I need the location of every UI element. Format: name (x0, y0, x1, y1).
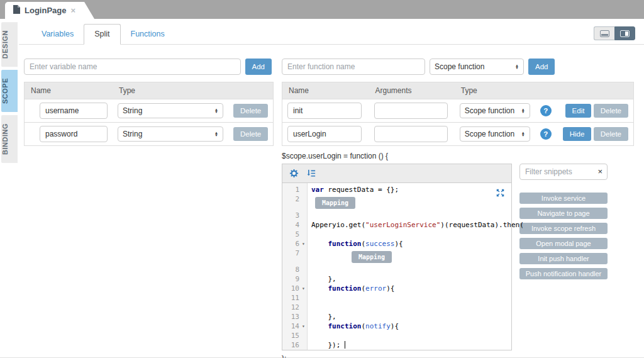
line-number: 5 (282, 230, 299, 239)
fold-icon[interactable]: ▾ (299, 284, 308, 293)
variable-row: String ▲▼ Delete (25, 99, 274, 123)
tab-split[interactable]: Split (84, 24, 120, 45)
code-line: 7Mapping (282, 249, 511, 265)
filter-snippets-input[interactable] (519, 164, 608, 180)
settings-gear-icon[interactable] (289, 169, 299, 178)
code-text: Apperyio.get("userLoginService")(request… (308, 221, 524, 229)
add-function-button[interactable]: Add (528, 59, 555, 75)
code-line: 5 (282, 230, 511, 239)
mapping-button[interactable]: Mapping (352, 251, 392, 263)
code-lines: 1var requestData = {};2Mapping34Apperyio… (282, 185, 511, 350)
code-text: function(notify){ (308, 322, 399, 330)
snippet-buttons: Invoke serviceNavigate to pageInvoke sco… (519, 193, 608, 279)
function-name-input[interactable] (282, 59, 425, 75)
snippets-panel: × Invoke serviceNavigate to pageInvoke s… (519, 164, 608, 350)
delete-function-button[interactable]: Delete (594, 127, 628, 141)
snippet-button-open-modal-page[interactable]: Open modal page (519, 238, 608, 249)
code-line: 16 }); (282, 340, 511, 350)
code-line: 6▾ function(success){ (282, 239, 511, 249)
snippet-button-invoke-scope-refresh[interactable]: Invoke scope refresh (519, 223, 608, 234)
hide-function-button[interactable]: Hide (563, 127, 592, 141)
functions-col-name: Name (282, 82, 369, 99)
auto-format-icon[interactable] (307, 169, 316, 178)
snippet-button-push-notification-handler[interactable]: Push notification handler (519, 268, 608, 279)
snippet-button-invoke-service[interactable]: Invoke service (519, 193, 608, 204)
select-arrows-icon: ▲▼ (515, 64, 519, 70)
code-text: Mapping (308, 251, 392, 263)
sidebar-item-design[interactable]: DESIGN (1, 22, 18, 67)
variable-type-select[interactable]: String ▲▼ (118, 103, 223, 118)
fullscreen-icon[interactable] (496, 188, 505, 198)
functions-col-type: Type (455, 82, 634, 99)
sidebar-item-binding[interactable]: BINDING (1, 115, 18, 163)
variable-name-field[interactable] (40, 103, 108, 119)
variable-type-select[interactable]: String ▲▼ (118, 126, 223, 142)
code-text: var requestData = {}; (308, 186, 399, 194)
line-number: 2 (282, 194, 299, 204)
fold-icon[interactable]: ▾ (299, 322, 308, 331)
line-number: 7 (282, 249, 299, 258)
code-editor[interactable]: 1var requestData = {};2Mapping34Apperyio… (282, 182, 511, 350)
delete-variable-button[interactable]: Delete (233, 127, 268, 141)
side-nav: DESIGN SCOPE BINDING (0, 19, 19, 357)
vertical-split-button[interactable] (614, 26, 635, 40)
functions-table: Name Arguments Type Scope function ▲▼ ? … (282, 82, 634, 146)
function-type-select[interactable]: Scope function ▲▼ (460, 126, 530, 142)
mapping-button[interactable]: Mapping (315, 197, 355, 209)
function-type-select[interactable]: Scope function ▲▼ (460, 103, 530, 118)
add-variable-button[interactable]: Add (245, 59, 272, 75)
function-row: Scope function ▲▼ ? Edit Delete (282, 99, 634, 123)
tab-variables[interactable]: Variables (31, 25, 84, 44)
variables-table: Name Type String ▲▼ Delete Strin (24, 82, 274, 146)
functions-panel: Scope function ▲▼ Add Name Arguments Typ… (282, 59, 634, 358)
sidebar-item-scope[interactable]: SCOPE (1, 70, 18, 112)
select-arrows-icon: ▲▼ (214, 108, 218, 114)
code-line: 8 (282, 265, 511, 274)
snippet-button-navigate-to-page[interactable]: Navigate to page (519, 208, 608, 219)
clear-filter-icon[interactable]: × (597, 167, 602, 176)
help-icon[interactable]: ? (540, 105, 552, 116)
function-arguments-field[interactable] (374, 103, 448, 119)
code-text: }, (308, 313, 336, 321)
delete-function-button[interactable]: Delete (594, 104, 628, 118)
variable-name-field[interactable] (40, 126, 108, 142)
line-number: 4 (282, 220, 299, 230)
code-text: Mapping (308, 197, 355, 209)
close-tab-icon[interactable]: × (70, 6, 75, 15)
help-icon[interactable]: ? (540, 128, 552, 140)
page-tab-loginpage[interactable]: LoginPage × (5, 2, 94, 19)
variables-col-name: Name (25, 82, 113, 99)
code-line: 13 }, (282, 312, 511, 322)
horizontal-split-button[interactable] (594, 26, 614, 40)
line-number: 13 (282, 312, 299, 322)
scope-tab-row: Variables Split Functions (19, 19, 644, 45)
vertical-split-icon (620, 30, 630, 37)
fold-icon[interactable]: ▾ (299, 239, 308, 249)
horizontal-split-icon (600, 30, 609, 37)
code-line: 3 (282, 211, 511, 220)
line-number: 1 (282, 185, 299, 194)
line-number: 6 (282, 239, 299, 249)
line-number: 16 (282, 340, 299, 350)
line-number: 10 (282, 284, 299, 293)
function-name-field[interactable] (287, 126, 362, 142)
variable-name-input[interactable] (24, 59, 241, 75)
function-name-field[interactable] (287, 103, 362, 119)
tab-functions[interactable]: Functions (121, 25, 175, 44)
code-line: 9 }, (282, 274, 511, 284)
edit-function-button[interactable]: Edit (565, 104, 592, 118)
code-toolbar (282, 164, 511, 182)
function-closing-brace: }; (282, 354, 634, 358)
page-tab-title: LoginPage (25, 6, 66, 15)
function-row: Scope function ▲▼ ? Hide Delete (282, 123, 634, 146)
top-bar: LoginPage × (0, 0, 644, 19)
function-type-select[interactable]: Scope function ▲▼ (430, 59, 524, 75)
variable-row: String ▲▼ Delete (25, 123, 274, 146)
code-line: 2Mapping (282, 194, 511, 211)
select-arrows-icon: ▲▼ (521, 131, 525, 137)
function-arguments-field[interactable] (374, 126, 448, 142)
snippet-button-init-push-handler[interactable]: Init push handler (519, 253, 608, 264)
variables-panel: Add Name Type String ▲▼ Delete (24, 59, 272, 358)
page-icon (13, 5, 20, 16)
delete-variable-button[interactable]: Delete (233, 104, 268, 118)
